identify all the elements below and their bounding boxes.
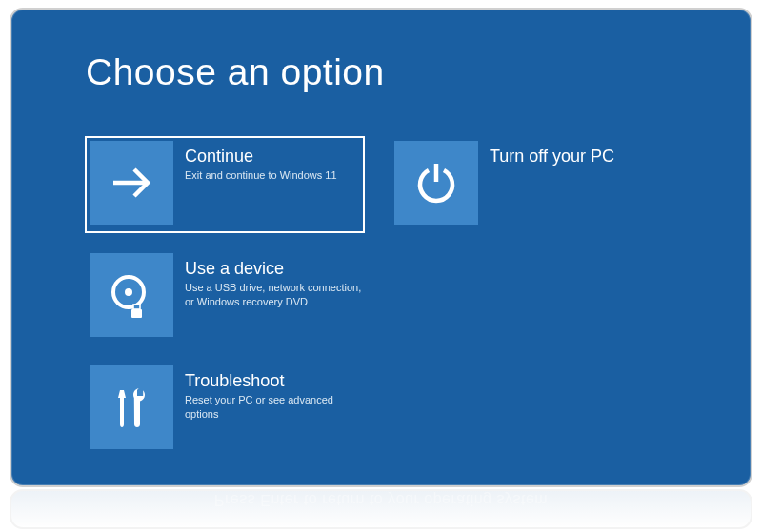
- page-title: Choose an option: [86, 51, 385, 93]
- recovery-window: Choose an option Continue Exit and conti…: [10, 8, 752, 487]
- power-icon: [394, 141, 478, 225]
- option-use-device[interactable]: Use a device Use a USB drive, network co…: [86, 249, 371, 345]
- arrow-right-icon: [90, 141, 173, 225]
- svg-point-3: [125, 288, 132, 296]
- option-turn-off[interactable]: Turn off your PC: [391, 137, 669, 232]
- option-title: Continue: [185, 147, 354, 167]
- option-desc: Reset your PC or see advanced options: [185, 393, 362, 422]
- reflection-text: Press Enter to return to your operating …: [11, 491, 751, 520]
- disc-usb-icon: [90, 253, 173, 337]
- tools-icon: [90, 365, 173, 449]
- option-title: Use a device: [185, 259, 362, 279]
- svg-rect-5: [131, 309, 142, 318]
- option-desc: Exit and continue to Windows 11: [185, 168, 354, 183]
- reflection: Press Enter to return to your operating …: [10, 489, 752, 529]
- svg-rect-4: [133, 305, 140, 309]
- option-troubleshoot[interactable]: Troubleshoot Reset your PC or see advanc…: [86, 362, 371, 457]
- options-grid: Continue Exit and continue to Windows 11…: [86, 137, 695, 474]
- option-desc: Use a USB drive, network connection, or …: [185, 281, 362, 309]
- option-title: Turn off your PC: [490, 147, 659, 167]
- option-continue[interactable]: Continue Exit and continue to Windows 11: [86, 137, 364, 232]
- option-title: Troubleshoot: [185, 371, 362, 391]
